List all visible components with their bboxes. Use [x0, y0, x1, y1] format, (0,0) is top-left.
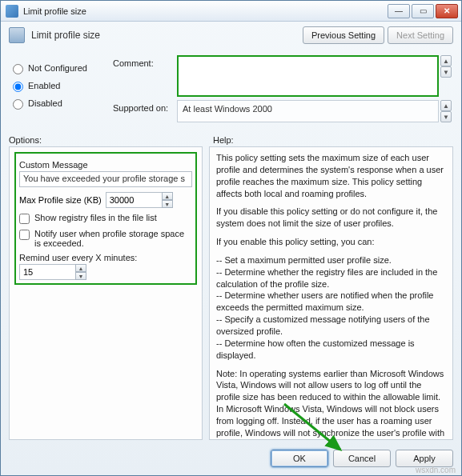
help-text: This policy setting sets the maximum siz…: [216, 152, 446, 199]
custom-message-input[interactable]: You have exceeded your profile storage s: [19, 171, 192, 187]
supported-on-text: At least Windows 2000: [177, 100, 439, 122]
close-button[interactable]: ✕: [436, 4, 458, 18]
scroll-up-icon[interactable]: ▲: [440, 55, 452, 66]
show-registry-checkbox[interactable]: [19, 214, 30, 224]
remind-minutes-input[interactable]: [19, 264, 75, 280]
cancel-button[interactable]: Cancel: [333, 450, 391, 467]
spinner-up-icon[interactable]: ▲: [75, 264, 86, 272]
comment-label: Comment:: [113, 55, 177, 68]
custom-message-label: Custom Message: [19, 160, 192, 170]
radio-enabled[interactable]: [13, 82, 23, 92]
dialog-window: Limit profile size — ▭ ✕ Limit profile s…: [0, 0, 462, 476]
comment-textarea[interactable]: [177, 55, 439, 97]
options-pane: Custom Message You have exceeded your pr…: [9, 146, 203, 440]
scroll-up-icon[interactable]: ▲: [440, 100, 452, 111]
help-text: If you enable this policy setting, you c…: [216, 236, 446, 248]
max-profile-size-input[interactable]: [106, 192, 162, 208]
help-text: If you disable this policy setting or do…: [216, 206, 446, 230]
ok-button[interactable]: OK: [271, 450, 328, 467]
help-pane[interactable]: This policy setting sets the maximum siz…: [209, 146, 453, 440]
spinner-down-icon[interactable]: ▼: [162, 200, 173, 208]
scroll-down-icon[interactable]: ▼: [440, 111, 452, 122]
radio-disabled[interactable]: [13, 99, 23, 110]
help-heading: Help:: [213, 135, 453, 145]
window-title: Limit profile size: [23, 6, 388, 16]
minimize-button[interactable]: —: [388, 4, 410, 18]
notify-user-checkbox[interactable]: [19, 230, 30, 240]
app-icon: [6, 5, 18, 18]
next-setting-button[interactable]: Next Setting: [388, 26, 453, 44]
state-radio-group: Not Configured Enabled Disabled: [9, 52, 113, 114]
scroll-down-icon[interactable]: ▼: [440, 66, 452, 78]
remind-label: Remind user every X minutes:: [19, 253, 192, 262]
policy-icon: [9, 27, 25, 43]
radio-label: Disabled: [28, 98, 62, 108]
policy-title: Limit profile size: [31, 30, 299, 41]
titlebar: Limit profile size — ▭ ✕: [1, 1, 461, 22]
max-profile-size-label: Max Profile size (KB): [19, 195, 102, 205]
radio-label: Not Configured: [28, 63, 87, 73]
spinner-down-icon[interactable]: ▼: [75, 272, 86, 280]
supported-label: Supported on:: [113, 100, 177, 113]
show-registry-label: Show registry files in the file list: [34, 213, 157, 222]
help-text: -- Set a maximum permitted user profile …: [216, 254, 446, 362]
previous-setting-button[interactable]: Previous Setting: [303, 26, 384, 44]
dialog-footer: OK Cancel Apply: [1, 445, 461, 475]
radio-not-configured[interactable]: [13, 64, 23, 74]
apply-button[interactable]: Apply: [396, 450, 453, 467]
spinner-up-icon[interactable]: ▲: [162, 192, 173, 200]
header: Limit profile size Previous Setting Next…: [1, 22, 461, 49]
options-heading: Options:: [9, 135, 213, 145]
maximize-button[interactable]: ▭: [412, 4, 434, 18]
notify-user-label: Notify user when profile storage space i…: [34, 229, 192, 248]
radio-label: Enabled: [28, 81, 60, 90]
help-text: Note: In operating systems earlier than …: [216, 368, 446, 441]
watermark-text: wsxdn.com: [416, 466, 456, 474]
